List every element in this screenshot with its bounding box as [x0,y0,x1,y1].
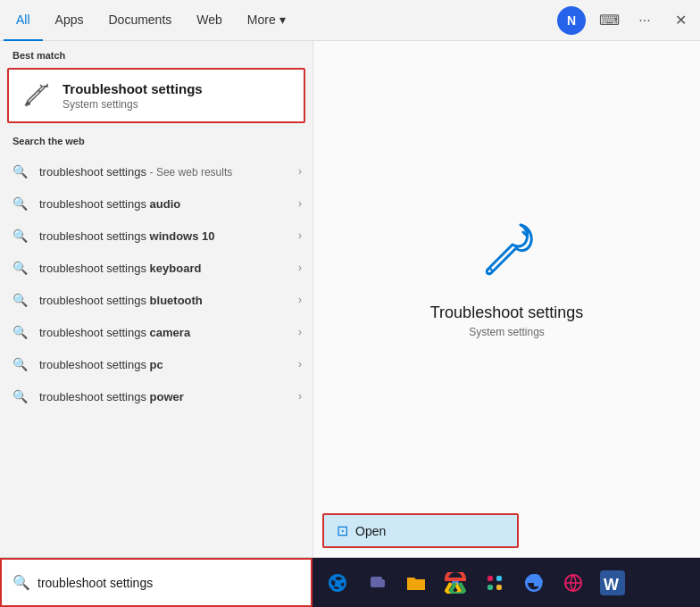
best-match-label: Best match [0,41,312,64]
search-query: troubleshoot settings [38,576,153,590]
list-item[interactable]: 🔍 troubleshoot settings windows 10 › [0,220,312,252]
main-content: Best match Troubleshoot settings System … [0,41,700,557]
preview-wrench-icon [471,216,543,287]
taskbar-edge-icon[interactable] [320,565,355,601]
result-text: troubleshoot settings power [39,390,298,403]
search-icon: 🔍 [11,355,29,373]
list-item[interactable]: 🔍 troubleshoot settings - See web result… [0,155,312,187]
search-icon: 🔍 [11,291,29,309]
search-icon-bottom: 🔍 [12,574,30,591]
svg-point-1 [487,269,492,274]
preview-title: Troubleshoot settings [430,304,583,322]
search-web-label: Search the web [0,127,312,150]
nav-icons: N ⌨ ··· ✕ [557,4,696,37]
open-button[interactable]: ⊡ Open [322,513,519,548]
chevron-right-icon: › [298,262,302,274]
tab-apps[interactable]: Apps [43,0,96,41]
preview-subtitle: System settings [469,326,545,338]
svg-rect-4 [496,576,502,581]
svg-rect-5 [488,585,493,590]
avatar[interactable]: N [557,6,586,35]
wrench-icon [20,79,54,112]
close-button[interactable]: ✕ [664,4,696,37]
search-icon: 🔍 [11,162,29,180]
result-text: troubleshoot settings windows 10 [39,229,298,243]
search-bar[interactable]: 🔍 troubleshoot settings [0,558,312,607]
chevron-right-icon: › [298,358,302,370]
open-window-icon: ⊡ [337,522,348,539]
tab-documents[interactable]: Documents [96,0,184,41]
list-item[interactable]: 🔍 troubleshoot settings audio › [0,187,312,220]
list-item[interactable]: 🔍 troubleshoot settings bluetooth › [0,284,312,316]
top-nav: All Apps Documents Web More ▾ N ⌨ ··· ✕ [0,0,700,41]
taskbar-slack-icon[interactable] [477,565,512,601]
search-icon: 🔍 [11,195,29,212]
result-text: troubleshoot settings audio [39,197,298,211]
list-item[interactable]: 🔍 troubleshoot settings keyboard › [0,252,312,284]
left-panel: Best match Troubleshoot settings System … [0,41,312,557]
right-panel: Troubleshoot settings System settings ⊡ … [312,41,700,557]
best-match-title: Troubleshoot settings [62,81,203,96]
search-icon: 🔍 [11,387,29,405]
list-item[interactable]: 🔍 troubleshoot settings camera › [0,316,312,348]
result-text: troubleshoot settings camera [39,326,298,339]
chevron-right-icon: › [298,165,302,178]
open-label: Open [355,524,386,538]
bottom-bar: 🔍 troubleshoot settings [0,557,700,607]
search-results: 🔍 troubleshoot settings - See web result… [0,155,312,412]
result-text: troubleshoot settings pc [39,358,298,371]
tab-web[interactable]: Web [184,0,235,41]
tab-all[interactable]: All [4,0,43,41]
svg-rect-6 [496,585,502,590]
chevron-right-icon: › [298,197,302,210]
action-buttons: ⊡ Open [313,513,700,557]
taskbar-teams-icon[interactable] [359,565,395,601]
chevron-right-icon: › [298,326,302,338]
chevron-right-icon: › [298,229,302,242]
chevron-right-icon: › [298,390,302,403]
result-text: troubleshoot settings bluetooth [39,294,298,307]
list-item[interactable]: 🔍 troubleshoot settings power › [0,380,312,412]
svg-rect-3 [488,576,493,581]
result-text: troubleshoot settings keyboard [39,262,298,275]
taskbar-word-icon[interactable]: W [595,565,630,601]
taskbar-chrome-icon[interactable] [438,565,473,601]
taskbar-google-icon[interactable] [516,565,552,601]
best-match-item[interactable]: Troubleshoot settings System settings [7,68,305,123]
preview-area: Troubleshoot settings System settings [412,41,601,513]
result-text: troubleshoot settings - See web results [39,165,298,179]
search-icon: 🔍 [11,259,29,277]
taskbar-explorer-icon[interactable] [398,565,434,601]
chevron-right-icon: › [298,294,302,306]
svg-text:W: W [604,576,619,594]
best-match-text: Troubleshoot settings System settings [62,81,203,111]
search-icon: 🔍 [11,323,29,341]
tab-more[interactable]: More ▾ [235,0,298,41]
best-match-subtitle: System settings [62,98,203,111]
more-button[interactable]: ··· [629,4,661,37]
taskbar-vpn-icon[interactable] [555,565,591,601]
search-icon: 🔍 [11,227,29,245]
feedback-button[interactable]: ⌨ [593,4,625,37]
list-item[interactable]: 🔍 troubleshoot settings pc › [0,348,312,380]
taskbar: W [312,558,700,607]
